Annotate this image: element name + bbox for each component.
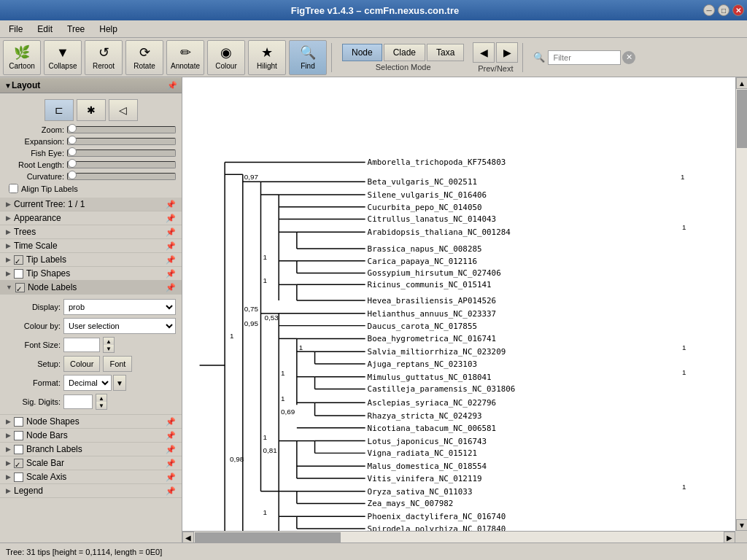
menu-file[interactable]: File bbox=[3, 23, 28, 36]
menu-edit[interactable]: Edit bbox=[31, 23, 58, 36]
scale-bar-checkbox[interactable] bbox=[14, 459, 23, 468]
time-scale-section-item[interactable]: ▶ Time Scale 📌 bbox=[0, 239, 182, 253]
layout-section-header[interactable]: ▼ Layout 📌 bbox=[0, 77, 182, 93]
tip-labels-section-item[interactable]: ▶ Tip Labels 📌 bbox=[0, 253, 182, 267]
layout-pin-icon: 📌 bbox=[167, 81, 177, 90]
setup-font-button[interactable]: Font bbox=[103, 356, 132, 372]
titlebar-title: FigTree v1.4.3 – ccmFn.nexus.con.tre bbox=[47, 5, 703, 16]
curvature-slider[interactable] bbox=[67, 173, 176, 180]
node-labels-section-item[interactable]: ▼ Node Labels 📌 bbox=[0, 281, 182, 295]
branch-labels-checkbox[interactable] bbox=[14, 445, 23, 454]
font-size-up-button[interactable]: ▲ bbox=[104, 338, 114, 345]
scale-bar-arrow: ▶ bbox=[6, 459, 11, 467]
svg-text:1: 1 bbox=[263, 433, 266, 441]
scale-axis-section-item[interactable]: ▶ Scale Axis 📌 bbox=[0, 470, 182, 484]
tip-shapes-pin: 📌 bbox=[166, 269, 176, 279]
hilight-button[interactable]: ★ Hilight bbox=[248, 40, 286, 75]
svg-text:Ajuga_reptans_NC_023103: Ajuga_reptans_NC_023103 bbox=[368, 359, 477, 369]
format-select[interactable]: Decimal bbox=[63, 375, 112, 391]
scale-bar-section-item[interactable]: ▶ Scale Bar 📌 bbox=[0, 456, 182, 470]
legend-pin: 📌 bbox=[166, 486, 176, 496]
minimize-button[interactable]: ─ bbox=[703, 4, 715, 16]
display-select[interactable]: prob bbox=[63, 299, 176, 315]
reroot-icon: ↺ bbox=[98, 44, 109, 61]
node-bars-section-item[interactable]: ▶ Node Bars 📌 bbox=[0, 429, 182, 443]
vertical-scrollbar[interactable]: ▲ ▼ bbox=[735, 77, 747, 531]
tree-area[interactable]: Amborella_trichopoda_KF754803 Liriodendr… bbox=[182, 77, 735, 531]
node-shapes-checkbox[interactable] bbox=[14, 417, 23, 427]
menu-tree[interactable]: Tree bbox=[61, 23, 90, 36]
legend-section-item[interactable]: ▶ Legend 📌 bbox=[0, 484, 182, 498]
node-labels-checkbox[interactable] bbox=[15, 283, 25, 292]
branch-labels-section-item[interactable]: ▶ Branch Labels 📌 bbox=[0, 443, 182, 456]
svg-text:1: 1 bbox=[682, 483, 686, 491]
zoom-slider[interactable] bbox=[67, 126, 176, 133]
collapse-icon: ▼ bbox=[56, 45, 69, 61]
sig-digits-input[interactable]: 2 bbox=[63, 394, 93, 409]
scroll-right-button[interactable]: ▶ bbox=[724, 532, 735, 542]
tip-shapes-checkbox[interactable] bbox=[14, 269, 23, 279]
colour-by-select[interactable]: User selection bbox=[63, 318, 176, 334]
clade-selection-button[interactable]: Clade bbox=[384, 44, 425, 61]
fish-eye-slider[interactable] bbox=[67, 149, 176, 157]
horizontal-scrollbar[interactable]: ◀ ▶ bbox=[182, 531, 735, 542]
node-selection-button[interactable]: Node bbox=[342, 44, 382, 61]
scale-axis-checkbox[interactable] bbox=[14, 472, 23, 482]
search-icon: 🔍 bbox=[533, 52, 545, 63]
curvature-label: Curvature: bbox=[6, 172, 64, 181]
layout-polar-button[interactable]: ◁ bbox=[109, 99, 138, 121]
tip-shapes-section-item[interactable]: ▶ Tip Shapes 📌 bbox=[0, 267, 182, 281]
collapse-button[interactable]: ▼ Collapse bbox=[44, 40, 82, 75]
next-button[interactable]: ▶ bbox=[496, 42, 518, 63]
taxa-selection-button[interactable]: Taxa bbox=[427, 44, 464, 61]
prev-button[interactable]: ◀ bbox=[473, 42, 495, 63]
node-shapes-section-item[interactable]: ▶ Node Shapes 📌 bbox=[0, 415, 182, 429]
sig-digits-up-button[interactable]: ▲ bbox=[96, 394, 107, 402]
maximize-button[interactable]: □ bbox=[718, 4, 729, 16]
format-arrow-button[interactable]: ▼ bbox=[113, 375, 126, 391]
root-length-slider[interactable] bbox=[67, 161, 176, 168]
scroll-down-button[interactable]: ▼ bbox=[736, 519, 747, 531]
rotate-button[interactable]: ⟳ Rotate bbox=[125, 40, 163, 75]
close-button[interactable]: ✕ bbox=[732, 4, 744, 16]
tip-shapes-label: Tip Shapes bbox=[26, 268, 70, 279]
annotate-label: Annotate bbox=[171, 62, 200, 70]
align-tip-labels-checkbox[interactable] bbox=[9, 184, 18, 193]
node-labels-arrow: ▼ bbox=[6, 284, 12, 291]
tip-labels-checkbox[interactable] bbox=[14, 255, 23, 265]
node-labels-content: Display: prob Colour by: User selection … bbox=[0, 295, 182, 415]
filter-input[interactable] bbox=[548, 50, 621, 65]
reroot-button[interactable]: ↺ Reroot bbox=[85, 40, 123, 75]
sig-digits-spinner: ▲ ▼ bbox=[96, 394, 107, 410]
curvature-row: Curvature: bbox=[3, 171, 179, 182]
scroll-up-button[interactable]: ▲ bbox=[736, 77, 747, 89]
current-tree-arrow: ▶ bbox=[6, 201, 11, 208]
trees-section-item[interactable]: ▶ Trees 📌 bbox=[0, 225, 182, 239]
font-size-down-button[interactable]: ▼ bbox=[104, 345, 114, 352]
annotate-button[interactable]: ✏ Annotate bbox=[166, 40, 204, 75]
svg-text:0,97: 0,97 bbox=[244, 173, 258, 181]
find-button[interactable]: 🔍 Find bbox=[289, 40, 327, 75]
colour-button[interactable]: ◉ Colour bbox=[207, 40, 245, 75]
svg-text:Malus_domestica_NC_018554: Malus_domestica_NC_018554 bbox=[368, 462, 487, 471]
hilight-label: Hilight bbox=[257, 62, 277, 70]
layout-rectangular-button[interactable]: ⊏ bbox=[44, 99, 74, 121]
font-size-input[interactable]: 12 bbox=[63, 338, 100, 352]
layout-radial-button[interactable]: ✱ bbox=[77, 99, 106, 121]
appearance-section-item[interactable]: ▶ Appearance 📌 bbox=[0, 211, 182, 225]
scroll-track-v[interactable] bbox=[736, 89, 747, 519]
filter-clear-button[interactable]: ✕ bbox=[622, 51, 635, 64]
layout-section-title: Layout bbox=[12, 80, 40, 90]
menu-help[interactable]: Help bbox=[93, 23, 123, 36]
expansion-slider[interactable] bbox=[67, 138, 176, 145]
svg-text:1: 1 bbox=[299, 343, 303, 351]
collapse-label: Collapse bbox=[49, 62, 77, 70]
cartoon-button[interactable]: 🌿 Cartoon bbox=[3, 40, 41, 75]
setup-colour-button[interactable]: Colour bbox=[63, 356, 100, 372]
svg-text:Vitis_vinifera_NC_012119: Vitis_vinifera_NC_012119 bbox=[368, 474, 482, 483]
scroll-track-h[interactable] bbox=[194, 532, 724, 542]
sig-digits-down-button[interactable]: ▼ bbox=[96, 402, 107, 409]
node-bars-checkbox[interactable] bbox=[14, 431, 23, 440]
sig-digits-row: Sig. Digits: 2 ▲ ▼ bbox=[6, 392, 176, 411]
scroll-left-button[interactable]: ◀ bbox=[182, 532, 194, 542]
